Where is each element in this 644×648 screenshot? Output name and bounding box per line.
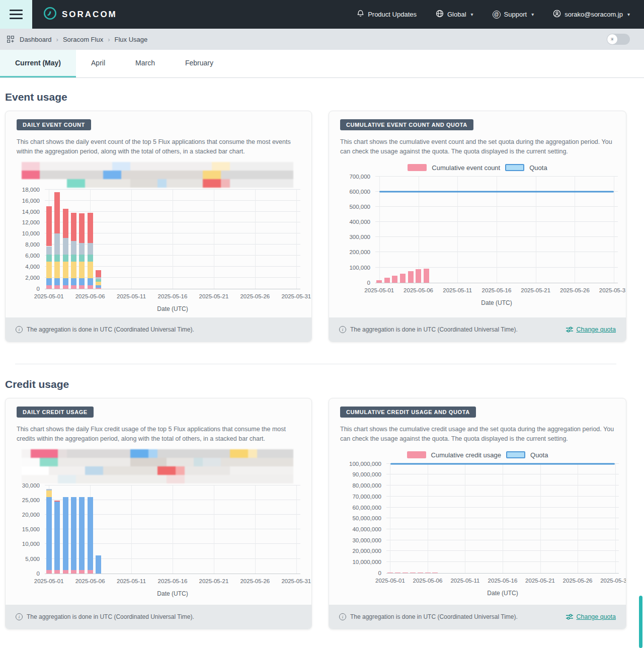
breadcrumb: Dashboard › Soracom Flux › Flux Usage — [7, 36, 147, 43]
bar-segment — [71, 570, 76, 574]
change-quota-link[interactable]: Change quota — [566, 613, 616, 620]
bar-segment — [54, 278, 60, 285]
y-axis-tick: 2,000 — [17, 275, 40, 281]
usage-legend-swatch — [408, 164, 427, 171]
bar — [387, 573, 393, 573]
change-quota-link[interactable]: Change quota — [566, 326, 616, 333]
chevron-down-icon: ▾ — [471, 12, 473, 17]
y-axis-tick: 600,000 — [340, 189, 370, 195]
y-axis-tick: 90,000,000 — [340, 471, 381, 477]
blurred-app-legend — [22, 449, 300, 483]
breadcrumb-soracom-flux[interactable]: Soracom Flux — [63, 36, 103, 43]
utc-footnote: The aggregation is done in UTC (Coordina… — [27, 326, 194, 333]
x-axis-tick: 2025-05-16 — [158, 578, 188, 584]
tab-april[interactable]: April — [76, 50, 120, 77]
bar — [384, 278, 390, 282]
bar-segment — [63, 497, 68, 570]
x-axis-tick: 2025-05-06 — [75, 293, 105, 299]
bar-segment — [88, 255, 93, 262]
bar-segment — [63, 255, 68, 262]
gridline — [131, 190, 132, 289]
soracom-brand[interactable]: SORACOM — [43, 7, 117, 22]
y-axis-tick: 100,000,000 — [340, 461, 381, 467]
bar — [376, 280, 382, 283]
x-axis-tick: 2025-05-01 — [364, 287, 394, 293]
bar-segment — [46, 489, 52, 491]
tab-current-may[interactable]: Current (May) — [0, 50, 76, 77]
theme-toggle[interactable]: ☀ — [607, 34, 630, 45]
y-axis-tick: 10,000 — [17, 541, 40, 547]
gridline — [390, 464, 390, 573]
y-axis-tick: 16,000 — [17, 198, 40, 204]
breadcrumb-flux-usage: Flux Usage — [115, 36, 148, 43]
gridline — [173, 485, 173, 574]
card-description: This chart shows the daily Flux credit u… — [17, 425, 298, 444]
quota-legend-swatch — [505, 164, 524, 171]
y-axis-tick: 10,000 — [17, 230, 40, 236]
breadcrumb-dashboard[interactable]: Dashboard — [20, 36, 52, 43]
info-icon: i — [339, 326, 346, 333]
gridline — [465, 464, 465, 573]
support-menu[interactable]: @ Support ▾ — [493, 11, 534, 19]
bar-segment — [88, 285, 93, 289]
y-axis-tick: 15,000 — [17, 526, 40, 532]
y-axis-tick: 0 — [17, 286, 40, 292]
y-axis-tick: 6,000 — [17, 253, 40, 259]
bar-segment — [96, 288, 101, 289]
daily-credit-usage-card: DAILY CREDIT USAGE This chart shows the … — [5, 398, 312, 629]
card-badge: CUMULATIVE EVENT COUNT AND QUOTA — [340, 119, 473, 130]
chevron-down-icon: ▾ — [627, 12, 630, 17]
y-axis-tick: 500,000 — [340, 204, 370, 210]
card-description: This chart shows the daily event count o… — [17, 137, 298, 157]
cumulative-event-count-card: CUMULATIVE EVENT COUNT AND QUOTA This ch… — [329, 111, 626, 342]
bar-segment — [46, 255, 52, 262]
bar-segment — [54, 285, 60, 289]
bar-segment — [46, 491, 52, 497]
bar-segment — [79, 278, 85, 285]
bar-segment — [46, 278, 52, 285]
info-icon: i — [16, 326, 23, 333]
x-axis-tick: 2025-05-31 — [599, 287, 626, 293]
card-description: This chart shows the cumulative credit u… — [340, 425, 615, 444]
plot-area: 010,000,00020,000,00030,000,00040,000,00… — [386, 464, 619, 574]
tab-february[interactable]: February — [170, 50, 228, 77]
bar-segment — [71, 285, 76, 289]
bar — [424, 269, 429, 283]
hamburger-menu-icon[interactable] — [0, 0, 32, 29]
gridline — [296, 485, 297, 574]
x-axis-label: Date (UTC) — [386, 590, 619, 597]
event-usage-heading: Event usage — [5, 91, 626, 103]
utc-footnote: The aggregation is done in UTC (Coordina… — [27, 613, 194, 620]
breadcrumb-bar: Dashboard › Soracom Flux › Flux Usage ☀ — [0, 29, 644, 50]
chevron-down-icon: ▾ — [531, 12, 534, 17]
quota-legend-label: Quota — [529, 164, 547, 172]
x-axis-tick: 2025-05-01 — [34, 293, 64, 299]
utc-footnote: The aggregation is done in UTC (Coordina… — [350, 326, 518, 333]
x-axis-tick: 2025-05-31 — [600, 578, 626, 584]
gridline — [255, 485, 256, 574]
bar-segment — [71, 278, 76, 285]
bar-segment — [54, 233, 60, 255]
utc-footnote: The aggregation is done in UTC (Coordina… — [350, 613, 518, 620]
bar — [408, 271, 414, 283]
navbar-menu: Product Updates Global ▾ @ Support ▾ sor… — [357, 10, 644, 19]
quota-line — [379, 191, 614, 192]
sliders-icon — [566, 327, 573, 333]
bar-segment — [46, 262, 52, 278]
bar — [432, 573, 438, 573]
y-axis-tick: 80,000,000 — [340, 482, 381, 489]
tab-march[interactable]: March — [120, 50, 170, 77]
x-axis-tick: 2025-05-31 — [281, 578, 311, 584]
gridline — [296, 190, 297, 289]
x-axis-tick: 2025-05-11 — [117, 578, 146, 584]
x-axis-tick: 2025-05-21 — [521, 287, 550, 293]
product-updates-button[interactable]: Product Updates — [357, 10, 417, 19]
account-menu[interactable]: sorako@soracom.jp ▾ — [553, 10, 630, 19]
global-menu[interactable]: Global ▾ — [436, 10, 473, 19]
x-axis-label: Date (UTC) — [375, 299, 618, 306]
bar-segment — [88, 243, 93, 255]
bar-segment — [96, 285, 101, 288]
account-email: sorako@soracom.jp — [565, 11, 623, 18]
bar-segment — [63, 209, 68, 238]
bar-segment — [54, 570, 60, 574]
